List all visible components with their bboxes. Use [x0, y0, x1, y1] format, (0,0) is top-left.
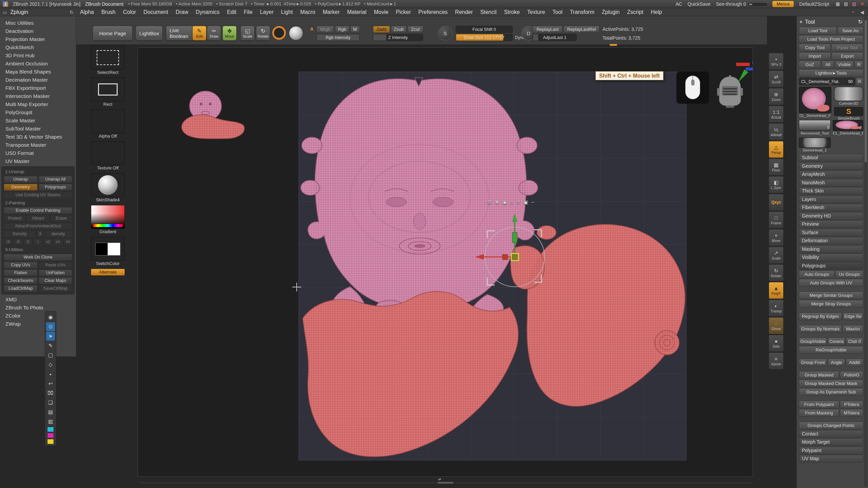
pen-icon[interactable]: ✎: [46, 341, 55, 350]
use-existing-uv-seams-toggle[interactable]: Use Existing UV Seams: [4, 191, 72, 199]
menu-color[interactable]: Color: [119, 8, 140, 16]
cylinder3d-thumbnail[interactable]: Cylinder3D: [834, 87, 863, 106]
section-layers[interactable]: Layers: [799, 196, 863, 203]
zplugin-item-quicksketch[interactable]: QuickSketch: [0, 43, 76, 52]
uvmaster-mult-x4-button[interactable]: x4: [63, 238, 72, 245]
menu-zscript[interactable]: Zscript: [623, 8, 647, 16]
gizmo-reset-icon[interactable]: ↺: [516, 199, 520, 205]
collapse-right-tray-icon[interactable]: ◀: [860, 9, 864, 15]
menu-marker[interactable]: Marker: [319, 8, 343, 16]
spix-toggle[interactable]: ▪SPix 3: [769, 53, 784, 70]
density-value[interactable]: density.: [45, 230, 72, 238]
lsym-toggle[interactable]: ◧L.Sym: [769, 176, 784, 193]
section-polygroups[interactable]: Polygroups: [799, 262, 863, 270]
zcut-toggle[interactable]: Zcut: [408, 26, 423, 33]
polygroups-group-as-dynamesh-sub-button[interactable]: Group As Dynamesh Sub: [799, 388, 863, 396]
replay-last-rel-button[interactable]: ReplayLastRel: [564, 26, 599, 33]
zplugin-item-scale-master[interactable]: Scale Master: [0, 117, 76, 125]
recovered-tool-thumbnail[interactable]: 9Recovered_Tool: [799, 120, 831, 136]
polygroups-group-masked-button[interactable]: Group Masked: [799, 371, 839, 379]
zplugin-refresh-icon[interactable]: ↻: [70, 9, 74, 15]
attract-button[interactable]: Attract: [27, 215, 49, 222]
zoom-toggle[interactable]: ⊕Zoom: [769, 88, 784, 105]
menu-help[interactable]: Help: [647, 8, 666, 16]
section-morph-target[interactable]: Morph Target: [799, 438, 863, 446]
zplugin-item-zwrap[interactable]: ZWrap: [0, 320, 76, 328]
stroke-ring-icon[interactable]: [272, 26, 286, 40]
protect-button[interactable]: Protect: [4, 215, 26, 222]
clipboard-icon[interactable]: ▥: [46, 417, 55, 426]
lightbox-button[interactable]: LightBox: [136, 26, 163, 41]
mrgb-toggle[interactable]: Mrgb: [316, 26, 334, 33]
qxyz-toggle[interactable]: Qxyz: [769, 194, 784, 211]
zplugin-item-fbx-exportimport[interactable]: FBX ExportImport: [0, 84, 76, 92]
section-thick-skin[interactable]: Thick Skin: [799, 187, 863, 195]
zplugin-item-usd-format[interactable]: USD Format: [0, 149, 76, 157]
menus-button[interactable]: Menus: [772, 1, 794, 7]
zplugin-item-misc-utilities[interactable]: Misc Utilities: [0, 19, 76, 27]
paste-tool-button[interactable]: Paste Tool: [831, 44, 863, 52]
palette-icon[interactable]: ▧: [851, 1, 857, 7]
swatch-cyan[interactable]: [47, 427, 54, 432]
import-button[interactable]: Import: [799, 52, 831, 60]
cl-demohead-f-thumbnail[interactable]: 2CL_DemoHead_F: [833, 120, 863, 136]
polygroups-from-masking-button[interactable]: From Masking: [799, 409, 839, 417]
section-geometry-hd[interactable]: Geometry HD: [799, 212, 863, 220]
menu-light[interactable]: Light: [277, 8, 297, 16]
section-uv-map[interactable]: UV Map: [799, 455, 863, 463]
menu-stroke[interactable]: Stroke: [500, 8, 524, 16]
tool-r-button[interactable]: R: [856, 78, 863, 85]
menu-material[interactable]: Material: [343, 8, 370, 16]
menu-edit[interactable]: Edit: [223, 8, 240, 16]
dock-icon[interactable]: ⚏: [3, 9, 7, 15]
load-tools-from-project-button[interactable]: Load Tools From Project: [799, 35, 863, 43]
delete-icon[interactable]: ⌧: [46, 389, 55, 398]
save-as-button[interactable]: Save As: [837, 27, 863, 35]
polyf-toggle[interactable]: ▲PolyF: [769, 282, 784, 299]
gizmo-pin-icon[interactable]: ◉: [502, 199, 507, 205]
menu-document[interactable]: Document: [140, 8, 172, 16]
section-preview[interactable]: Preview: [799, 220, 863, 228]
selectrect-thumbnail[interactable]: [91, 46, 125, 69]
polygroups-ptolera-button[interactable]: PTolera: [840, 401, 863, 408]
load-tool-button[interactable]: Load Tool: [799, 27, 837, 35]
comment-icon[interactable]: ❑: [46, 398, 55, 407]
menu-alpha[interactable]: Alpha: [76, 8, 98, 16]
canvas-hscrollbar-handle[interactable]: [438, 482, 453, 484]
cl-demohead-f-thumbnail[interactable]: CL_DemoHead_F: [799, 87, 831, 118]
unflatten-button[interactable]: UnFlatten: [39, 269, 73, 277]
canvas-hscrollbar[interactable]: [138, 481, 753, 485]
polygroups-auto-groups-button[interactable]: Auto Groups: [799, 270, 834, 278]
zplugin-item-xmd[interactable]: XMD: [0, 296, 76, 304]
alternate-button[interactable]: Alternate: [91, 269, 125, 276]
sculptris-pro-icon[interactable]: S: [438, 26, 452, 40]
polygroups-uv-groups-button[interactable]: Uv Groups: [835, 270, 863, 278]
solo-toggle[interactable]: ●Solo: [769, 335, 784, 352]
attract-from-ambient-occlusion-button[interactable]: AttractFromAmbientOccl: [4, 223, 72, 230]
ghost-toggle[interactable]: ◌Ghost: [769, 317, 784, 334]
goz-r-button[interactable]: R: [854, 61, 863, 68]
m-toggle[interactable]: M: [350, 26, 360, 33]
geometry-toggle[interactable]: Geometry: [4, 184, 38, 191]
focal-shift-slider[interactable]: Focal Shift 0: [456, 26, 513, 33]
rotate-mode-button[interactable]: ↻Rotate: [256, 26, 270, 41]
polygroups-regroup-by-edges-button[interactable]: Regroup By Edges: [799, 312, 842, 320]
scroll-arrows-icon[interactable]: ▴▾: [438, 477, 441, 481]
menu-macro[interactable]: Macro: [297, 8, 319, 16]
layout-grid-icon[interactable]: ▦: [835, 1, 841, 7]
polygroups-from-polypaint-button[interactable]: From Polypaint: [799, 401, 839, 408]
zsub-toggle[interactable]: Zsub: [391, 26, 407, 33]
document-canvas[interactable]: ⚙❖◉⌂↺▣− Shift + Ctrl + Mouse left: [138, 47, 753, 477]
unwrap-button[interactable]: Unwrap: [4, 176, 38, 183]
swatch-magenta[interactable]: [47, 433, 54, 438]
active-tool-slider[interactable]: CL_DemoHead_Flat. 50: [799, 78, 855, 85]
rect-icon[interactable]: ▢: [46, 351, 55, 360]
zplugin-item-3d-print-hub[interactable]: 3D Print Hub: [0, 52, 76, 60]
rotate-toggle[interactable]: ↻Rotate: [769, 264, 784, 281]
zplugin-item-polygroupit[interactable]: PolyGroupIt: [0, 108, 76, 117]
menu-preferences[interactable]: Preferences: [415, 8, 451, 16]
actual-toggle[interactable]: 1:1Actual: [769, 106, 784, 123]
z-intensity-slider[interactable]: Z Intensity: [373, 34, 423, 41]
edit-mode-button[interactable]: ✎Edit: [192, 26, 206, 41]
quicksave-button[interactable]: QuickSave: [688, 1, 711, 7]
